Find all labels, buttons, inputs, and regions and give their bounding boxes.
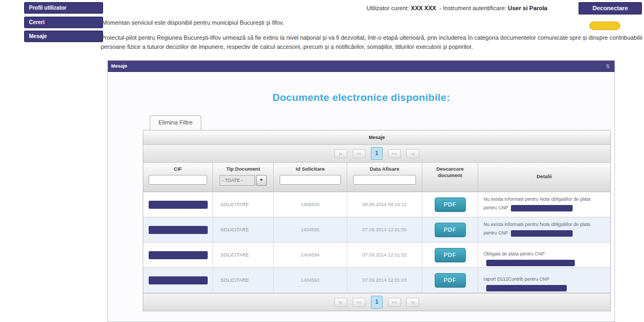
detalii-cell: Nu exista informatii pentru Nota obligat…: [478, 217, 610, 242]
next-page-button[interactable]: >>: [388, 149, 401, 158]
column-header-cif: CIF: [143, 163, 213, 192]
cif-cell: [143, 243, 213, 267]
data-afisare-cell: 08.09.2014 09:19:12: [347, 192, 422, 217]
redacted-cif-bar: [149, 226, 208, 234]
data-afisare-cell: 07.09.2014 12:01:43: [347, 268, 422, 292]
tip-document-cell: SOLICITARE: [213, 192, 274, 217]
download-cell: PDF: [422, 192, 478, 217]
documents-table: Mesaje |< << 1 >> >| CIF Tip Document - …: [143, 130, 611, 311]
messages-panel: Mesaje ⇅ Documente electronice disponibi…: [107, 60, 615, 322]
download-cell: PDF: [422, 268, 478, 292]
page-title: Documente electronice disponibile:: [108, 92, 614, 104]
current-page-button[interactable]: 1: [371, 147, 383, 160]
cif-cell: [143, 217, 213, 242]
id-solicitare-header-label: Id Solicitare: [296, 166, 325, 172]
last-page-button[interactable]: >|: [406, 149, 419, 158]
next-page-button[interactable]: >>: [388, 298, 401, 307]
pagination-top: |< << 1 >> >|: [143, 145, 610, 163]
redacted-cif-bar: [149, 276, 208, 284]
first-page-button[interactable]: |<: [334, 149, 347, 158]
data-afisare-cell: 07.09.2014 12:01:55: [347, 217, 422, 242]
collapse-icon[interactable]: ⇅: [606, 63, 610, 69]
last-page-button[interactable]: >|: [406, 298, 419, 307]
table-row: SOLICITARE 1404595 07.09.2014 12:01:55 P…: [143, 217, 610, 243]
auth-method-value: User si Parola: [508, 5, 547, 11]
download-cell: PDF: [422, 217, 478, 242]
column-header-tip-document: Tip Document - TOATE - ▼: [213, 163, 274, 192]
id-solicitare-cell: 1405500: [274, 192, 347, 217]
first-page-button[interactable]: |<: [334, 298, 347, 307]
sidebar-item-profil-utilizator[interactable]: Profil utilizator: [24, 2, 103, 13]
detalii-text: Obligatii de plata pentru CNP: [484, 251, 545, 257]
chevron-down-icon[interactable]: ▼: [256, 175, 267, 186]
column-header-data-afisare: Data Afisare: [347, 163, 422, 192]
user-info: Utilizator curent: XXX XXX - Instrument …: [367, 5, 547, 11]
sidebar-item-cereri[interactable]: Cereri: [24, 17, 103, 28]
detalii-text: raport D112Contrib pentru CNP: [484, 276, 550, 282]
table-row: SOLICITARE 1404593 07.09.2014 12:01:43 P…: [143, 268, 610, 293]
cif-cell: [143, 268, 213, 292]
yellow-badge-button[interactable]: [589, 21, 620, 30]
clear-filters-button[interactable]: Elimina Filtre: [150, 115, 201, 130]
table-row: SOLICITARE 1404594 07.09.2014 12:01:52 P…: [143, 243, 610, 268]
redacted-cnp-bar: [511, 230, 573, 237]
column-header-id-solicitare: Id Solicitare: [274, 163, 347, 192]
id-solicitare-cell: 1404593: [274, 268, 347, 292]
tip-document-cell: SOLICITARE: [213, 268, 274, 292]
current-user-value: XXX XXX: [411, 5, 436, 11]
data-afisare-cell: 07.09.2014 12:01:52: [347, 243, 422, 267]
redacted-cnp-bar: [486, 260, 575, 266]
id-solicitare-filter-input[interactable]: [280, 175, 341, 185]
table-row: SOLICITARE 1405500 08.09.2014 09:19:12 P…: [143, 192, 610, 217]
id-solicitare-cell: 1404594: [274, 243, 347, 267]
pagination-bottom: |< << 1 >> >|: [143, 293, 610, 311]
detalii-cell: Obligatii de plata pentru CNP: [478, 243, 610, 267]
cif-cell: [143, 192, 213, 217]
download-cell: PDF: [422, 243, 478, 267]
current-user-label: Utilizator curent:: [367, 5, 409, 11]
table-header-row: CIF Tip Document - TOATE - ▼ Id Solicita…: [143, 163, 610, 192]
panel-title: Mesaje: [111, 63, 127, 69]
table-caption: Mesaje: [143, 130, 610, 145]
tip-document-cell: SOLICITARE: [213, 217, 274, 242]
prev-page-button[interactable]: <<: [353, 149, 365, 158]
tip-document-selected-value[interactable]: - TOATE -: [219, 175, 255, 186]
logout-button[interactable]: Deconectare: [579, 2, 642, 14]
sidebar-item-mesaje[interactable]: Mesaje: [24, 31, 103, 42]
tip-document-cell: SOLICITARE: [213, 243, 274, 267]
id-solicitare-cell: 1404595: [274, 217, 347, 242]
redacted-cnp-bar: [486, 285, 567, 291]
current-page-button[interactable]: 1: [371, 296, 383, 309]
redacted-cnp-bar: [511, 205, 573, 211]
cif-header-label: CIF: [174, 166, 182, 172]
tip-document-header-label: Tip Document: [226, 166, 260, 172]
pdf-download-button[interactable]: PDF: [435, 197, 466, 212]
detalii-cell: raport D112Contrib pentru CNP: [478, 268, 610, 292]
auth-method-label: - Instrument autentificare:: [440, 5, 507, 11]
data-afisare-header-label: Data Afisare: [370, 166, 399, 172]
detalii-cell: Nu exista informatii pentru Nota obligat…: [478, 192, 610, 217]
service-availability-notice: Momentan serviciul este disponibil pentr…: [102, 19, 284, 26]
cif-filter-input[interactable]: [149, 175, 207, 185]
tip-document-dropdown[interactable]: - TOATE - ▼: [219, 175, 267, 186]
descarcare-header-label: Descarcare document: [429, 166, 472, 179]
column-header-descarcare: Descarcare document: [422, 163, 478, 192]
pdf-download-button[interactable]: PDF: [435, 248, 466, 262]
prev-page-button[interactable]: <<: [353, 298, 365, 307]
redacted-cif-bar: [149, 251, 208, 259]
panel-header: Mesaje ⇅: [108, 61, 614, 72]
pdf-download-button[interactable]: PDF: [435, 223, 466, 237]
column-header-detalii: Detalii: [478, 163, 610, 192]
pilot-project-notice: Proiectul-pilot pentru Regiunea Bucureșt…: [101, 33, 644, 52]
detalii-header-label: Detalii: [537, 173, 552, 180]
data-afisare-filter-input[interactable]: [353, 175, 416, 185]
redacted-cif-bar: [149, 201, 208, 209]
pdf-download-button[interactable]: PDF: [435, 273, 466, 288]
